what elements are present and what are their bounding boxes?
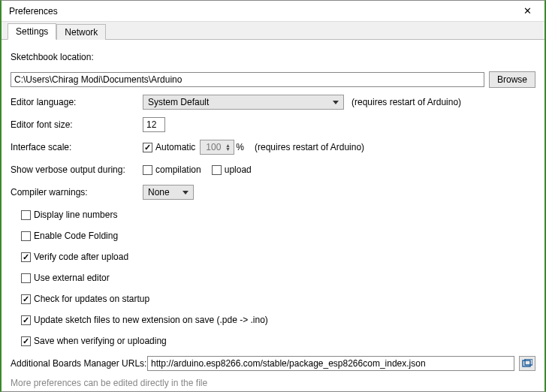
checkbox-icon xyxy=(21,294,31,304)
save-verify-checkbox[interactable]: Save when verifying or uploading xyxy=(21,336,167,346)
compiler-warnings-value: None xyxy=(148,187,170,198)
check-updates-checkbox[interactable]: Check for updates on startup xyxy=(21,294,149,304)
boards-urls-input[interactable] xyxy=(147,356,514,371)
content-area: Sketchbook location: Browse Editor langu… xyxy=(2,40,544,391)
compiler-warnings-select[interactable]: None xyxy=(143,185,194,200)
sketchbook-label: Sketchbook location: xyxy=(11,52,94,62)
options-checklist: Display line numbers Enable Code Folding… xyxy=(21,207,535,349)
verify-upload-checkbox[interactable]: Verify code after upload xyxy=(21,252,128,262)
code-folding-label: Enable Code Folding xyxy=(34,231,118,241)
scale-automatic-checkbox[interactable]: Automatic xyxy=(143,142,195,152)
editor-language-label: Editor language: xyxy=(11,97,143,107)
svg-rect-1 xyxy=(525,359,532,365)
boards-urls-label: Additional Boards Manager URLs: xyxy=(11,358,147,369)
update-extension-label: Update sketch files to new extension on … xyxy=(34,315,268,325)
titlebar: Preferences ✕ xyxy=(2,1,544,22)
scale-spinner[interactable]: ▲▼ xyxy=(200,140,234,155)
display-line-numbers-checkbox[interactable]: Display line numbers xyxy=(21,210,117,220)
verbose-label: Show verbose output during: xyxy=(11,164,143,175)
svg-rect-0 xyxy=(523,360,530,366)
tab-network[interactable]: Network xyxy=(56,24,106,40)
scale-automatic-label: Automatic xyxy=(155,142,195,152)
display-line-numbers-label: Display line numbers xyxy=(34,210,117,220)
footer-note-1: More preferences can be edited directly … xyxy=(11,378,535,388)
checkbox-icon xyxy=(21,231,31,241)
checkbox-icon xyxy=(143,143,152,152)
verbose-upload-checkbox[interactable]: upload xyxy=(212,164,252,175)
checkbox-icon xyxy=(21,210,31,220)
external-editor-label: Use external editor xyxy=(34,273,110,283)
verbose-compilation-label: compilation xyxy=(155,164,201,175)
sketchbook-path-input[interactable] xyxy=(11,72,484,87)
checkbox-icon xyxy=(143,165,152,175)
compiler-warnings-label: Compiler warnings: xyxy=(11,187,143,198)
scale-value-input[interactable] xyxy=(203,141,222,153)
save-verify-label: Save when verifying or uploading xyxy=(34,336,167,346)
interface-scale-label: Interface scale: xyxy=(11,142,143,152)
checkbox-icon xyxy=(21,273,31,283)
checkbox-icon xyxy=(212,165,222,175)
checkbox-icon xyxy=(21,315,31,325)
check-updates-label: Check for updates on startup xyxy=(34,294,149,304)
scale-note: (requires restart of Arduino) xyxy=(255,142,364,152)
editor-language-value: System Default xyxy=(148,97,209,107)
checkbox-icon xyxy=(21,252,31,262)
close-button[interactable]: ✕ xyxy=(514,2,540,20)
tab-row: Settings Network xyxy=(2,22,544,40)
spinner-arrows-icon: ▲▼ xyxy=(224,143,231,151)
window-icon xyxy=(522,359,532,368)
scale-percent: % xyxy=(236,142,244,152)
preferences-window: Preferences ✕ Settings Network Sketchboo… xyxy=(0,0,546,392)
code-folding-checkbox[interactable]: Enable Code Folding xyxy=(21,231,118,241)
close-icon: ✕ xyxy=(523,5,532,17)
font-size-input[interactable] xyxy=(143,117,165,132)
font-size-label: Editor font size: xyxy=(11,119,143,130)
verbose-compilation-checkbox[interactable]: compilation xyxy=(143,164,201,175)
checkbox-icon xyxy=(21,336,31,346)
window-title: Preferences xyxy=(9,6,514,17)
verify-upload-label: Verify code after upload xyxy=(34,252,128,262)
verbose-upload-label: upload xyxy=(225,164,252,175)
editor-language-select[interactable]: System Default xyxy=(143,95,344,110)
editor-language-note: (requires restart of Arduino) xyxy=(351,97,461,107)
external-editor-checkbox[interactable]: Use external editor xyxy=(21,273,110,283)
boards-urls-expand-button[interactable] xyxy=(519,356,535,371)
update-extension-checkbox[interactable]: Update sketch files to new extension on … xyxy=(21,315,268,325)
browse-button[interactable]: Browse xyxy=(489,71,535,88)
tab-settings[interactable]: Settings xyxy=(8,23,56,40)
